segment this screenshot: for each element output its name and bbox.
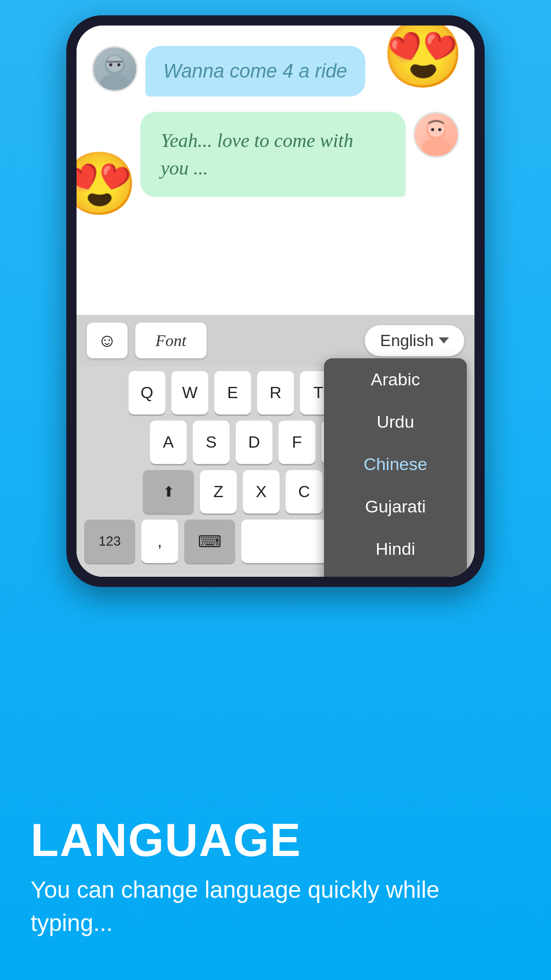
svg-point-1 xyxy=(107,56,123,72)
key-a[interactable]: a xyxy=(150,421,187,464)
svg-point-2 xyxy=(101,74,129,89)
bubble-left: Wanna come 4 a ride xyxy=(145,46,365,96)
dropdown-item-japanese[interactable]: Japanese xyxy=(324,570,467,577)
bottom-section: LANGUAGE You can change language quickly… xyxy=(31,817,520,939)
avatar-female xyxy=(413,112,459,158)
svg-rect-3 xyxy=(107,61,123,63)
svg-point-5 xyxy=(117,63,120,66)
font-label: Font xyxy=(156,331,186,350)
chat-area: 😍 😍 Wanna xyxy=(77,26,474,315)
key-grid[interactable]: ⌨ xyxy=(184,520,235,563)
dropdown-item-hindi[interactable]: Hindi xyxy=(324,528,467,570)
key-d[interactable]: d xyxy=(236,421,272,464)
key-z[interactable]: z xyxy=(200,470,237,513)
message-text-left: Wanna come 4 a ride xyxy=(163,60,347,82)
svg-point-9 xyxy=(431,128,434,131)
key-q[interactable]: q xyxy=(129,371,165,414)
emoji-button[interactable]: ☺ xyxy=(87,323,128,358)
chevron-down-icon xyxy=(439,337,449,344)
avatar-male xyxy=(92,46,138,92)
phone-screen: 😍 😍 Wanna xyxy=(77,26,474,577)
phone-mockup: 😍 😍 Wanna xyxy=(66,15,485,587)
language-selected-label: English xyxy=(380,331,434,350)
key-123[interactable]: 123 xyxy=(84,520,135,563)
message-right: Yeah... love to come with you ... xyxy=(92,112,459,197)
font-button[interactable]: Font xyxy=(135,323,207,358)
language-selector-button[interactable]: English xyxy=(365,325,464,356)
dropdown-item-gujarati[interactable]: Gujarati xyxy=(324,485,467,528)
bubble-right: Yeah... love to come with you ... xyxy=(140,112,406,197)
svg-point-8 xyxy=(422,138,450,155)
emoji-icon: ☺ xyxy=(98,330,117,351)
dropdown-item-chinese[interactable]: Chinese xyxy=(324,443,467,485)
language-description: You can change language quickly while ty… xyxy=(31,873,520,939)
key-r[interactable]: r xyxy=(257,371,294,414)
key-f[interactable]: f xyxy=(279,421,315,464)
language-dropdown[interactable]: Arabic Urdu Chinese Gujarati Hindi Japan… xyxy=(324,358,467,577)
dropdown-item-urdu[interactable]: Urdu xyxy=(324,401,467,443)
key-c[interactable]: c xyxy=(286,470,322,513)
svg-point-10 xyxy=(438,128,441,131)
key-x[interactable]: x xyxy=(243,470,280,513)
key-w[interactable]: w xyxy=(171,371,208,414)
emoji-heart-eyes-left: 😍 xyxy=(77,148,138,220)
emoji-heart-eyes-right: 😍 xyxy=(382,26,464,93)
message-text-right: Yeah... love to come with you ... xyxy=(161,130,354,178)
key-comma[interactable]: , xyxy=(141,520,178,563)
phone-frame: 😍 😍 Wanna xyxy=(66,15,485,587)
svg-point-4 xyxy=(109,63,112,66)
keyboard-area: ☺ Font English q w xyxy=(77,315,474,577)
key-s[interactable]: s xyxy=(193,421,230,464)
key-shift[interactable]: ⬆ xyxy=(143,470,194,513)
language-title: LANGUAGE xyxy=(31,817,520,863)
dropdown-item-arabic[interactable]: Arabic xyxy=(324,358,467,401)
key-e[interactable]: e xyxy=(214,371,251,414)
